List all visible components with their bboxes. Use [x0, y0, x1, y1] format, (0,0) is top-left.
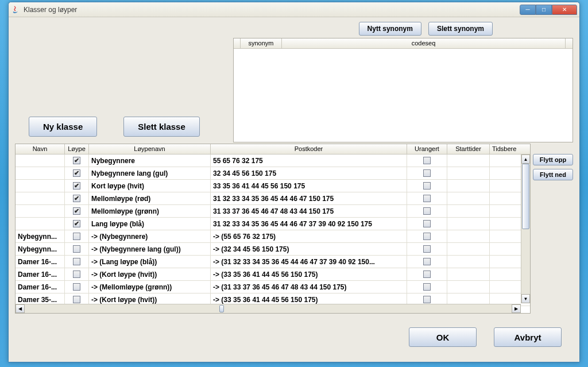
urangert-checkbox[interactable]	[423, 195, 431, 202]
close-button[interactable]: ✕	[552, 5, 577, 15]
table-row[interactable]: ✔Mellomløype (grønn)31 33 37 36 45 46 47…	[16, 205, 530, 218]
new-class-button[interactable]: Ny klasse	[29, 117, 97, 137]
horizontal-scrollbar[interactable]: ◀ ▶	[16, 304, 521, 313]
cell-tidsbere[interactable]	[490, 205, 516, 217]
move-down-button[interactable]: Flytt ned	[533, 169, 573, 180]
cell-starttider[interactable]	[447, 256, 490, 268]
cell-navn[interactable]: Nybegynn...	[16, 243, 65, 255]
loype-checkbox[interactable]: ✔	[73, 157, 80, 164]
scroll-right-button[interactable]: ▶	[512, 304, 521, 313]
vertical-scrollbar[interactable]: ▲ ▼	[521, 154, 530, 303]
urangert-checkbox[interactable]	[423, 182, 431, 190]
cell-urangert[interactable]	[407, 268, 447, 280]
table-row[interactable]: ✔Nybegynnere55 65 76 32 175	[16, 154, 530, 167]
cell-tidsbere[interactable]	[490, 192, 516, 204]
cell-postkoder[interactable]: 32 34 45 56 150 175	[211, 167, 407, 179]
table-row[interactable]: ✔Lang løype (blå)31 32 33 34 35 36 45 44…	[16, 218, 530, 230]
scroll-left-button[interactable]: ◀	[16, 304, 25, 313]
cell-loype[interactable]: ✔	[65, 154, 89, 167]
cell-tidsbere[interactable]	[490, 167, 516, 179]
loype-checkbox[interactable]	[73, 271, 80, 278]
cell-starttider[interactable]	[447, 281, 490, 293]
loype-checkbox[interactable]	[73, 283, 80, 291]
cell-postkoder[interactable]: -> (55 65 76 32 175)	[211, 230, 407, 242]
table-row[interactable]: ✔Kort løype (hvit)33 35 36 41 44 45 56 1…	[16, 180, 530, 192]
cell-urangert[interactable]	[407, 230, 447, 242]
header-postkoder[interactable]: Postkoder	[211, 144, 407, 154]
cell-tidsbere[interactable]	[490, 230, 516, 242]
cell-loypenavn[interactable]: -> (Mellomløype (grønn))	[89, 281, 211, 293]
cell-urangert[interactable]	[407, 167, 447, 179]
synonym-col-header[interactable]: synonym	[241, 38, 282, 48]
cell-loype[interactable]: ✔	[65, 218, 89, 230]
table-row[interactable]: Damer 16-...-> (Lang løype (blå))-> (31 …	[16, 256, 530, 268]
cell-loypenavn[interactable]: Nybegynnere lang (gul)	[89, 167, 211, 179]
table-row[interactable]: ✔Mellomløype (rød)31 32 33 34 35 36 45 4…	[16, 192, 530, 205]
cell-postkoder[interactable]: 55 65 76 32 175	[211, 154, 407, 167]
cell-navn[interactable]	[16, 167, 65, 179]
cell-loypenavn[interactable]: -> (Nybegynnere)	[89, 230, 211, 242]
cell-tidsbere[interactable]	[490, 180, 516, 192]
header-navn[interactable]: Navn	[16, 144, 65, 154]
cell-navn[interactable]: Damer 16-...	[16, 256, 65, 268]
loype-checkbox[interactable]	[73, 296, 80, 303]
cell-tidsbere[interactable]	[490, 281, 516, 293]
cell-loypenavn[interactable]: Mellomløype (rød)	[89, 192, 211, 204]
cell-starttider[interactable]	[447, 167, 490, 179]
cell-loypenavn[interactable]: Nybegynnere	[89, 154, 211, 167]
urangert-checkbox[interactable]	[423, 271, 431, 278]
cell-postkoder[interactable]: -> (33 35 36 41 44 45 56 150 175)	[211, 268, 407, 280]
cell-navn[interactable]: Damer 16-...	[16, 268, 65, 280]
cell-starttider[interactable]	[447, 192, 490, 204]
header-urangert[interactable]: Urangert	[407, 144, 447, 154]
cell-loypenavn[interactable]: -> (Nybegynnere lang (gul))	[89, 243, 211, 255]
header-loype[interactable]: Løype	[65, 144, 89, 154]
cell-loype[interactable]: ✔	[65, 192, 89, 204]
scroll-up-button[interactable]: ▲	[521, 154, 530, 164]
cell-tidsbere[interactable]	[490, 256, 516, 268]
cell-urangert[interactable]	[407, 281, 447, 293]
cell-loypenavn[interactable]: -> (Lang løype (blå))	[89, 256, 211, 268]
cell-urangert[interactable]	[407, 154, 447, 167]
cell-loypenavn[interactable]: Lang løype (blå)	[89, 218, 211, 230]
cell-navn[interactable]	[16, 154, 65, 167]
table-row[interactable]: Damer 16-...-> (Mellomløype (grønn))-> (…	[16, 281, 530, 293]
main-table[interactable]: Navn Løype Løypenavn Postkoder Urangert …	[15, 144, 531, 314]
table-row[interactable]: Nybegynn...-> (Nybegynnere lang (gul))->…	[16, 243, 530, 256]
cell-postkoder[interactable]: 31 33 37 36 45 46 47 48 43 44 150 175	[211, 205, 407, 217]
loype-checkbox[interactable]	[73, 258, 80, 265]
urangert-checkbox[interactable]	[423, 207, 431, 215]
cell-starttider[interactable]	[447, 268, 490, 280]
cell-navn[interactable]	[16, 218, 65, 230]
hscroll-thumb[interactable]	[219, 305, 224, 312]
cell-tidsbere[interactable]	[490, 154, 516, 167]
codeseq-col-header[interactable]: codeseq	[282, 38, 566, 48]
cell-loypenavn[interactable]: Kort løype (hvit)	[89, 180, 211, 192]
cell-tidsbere[interactable]	[490, 218, 516, 230]
cell-urangert[interactable]	[407, 205, 447, 217]
cell-urangert[interactable]	[407, 180, 447, 192]
delete-class-button[interactable]: Slett klasse	[123, 117, 200, 137]
cancel-button[interactable]: Avbryt	[494, 327, 562, 347]
loype-checkbox[interactable]: ✔	[73, 182, 80, 190]
cell-starttider[interactable]	[447, 154, 490, 167]
urangert-checkbox[interactable]	[423, 233, 431, 240]
urangert-checkbox[interactable]	[423, 245, 431, 253]
cell-tidsbere[interactable]	[490, 268, 516, 280]
header-loypenavn[interactable]: Løypenavn	[89, 144, 211, 154]
cell-navn[interactable]: Nybegynn...	[16, 230, 65, 242]
cell-urangert[interactable]	[407, 218, 447, 230]
cell-starttider[interactable]	[447, 205, 490, 217]
cell-loype[interactable]: ✔	[65, 167, 89, 179]
move-up-button[interactable]: Flytt opp	[533, 154, 573, 165]
urangert-checkbox[interactable]	[423, 169, 431, 177]
urangert-checkbox[interactable]	[423, 258, 431, 265]
cell-postkoder[interactable]: 33 35 36 41 44 45 56 150 175	[211, 180, 407, 192]
table-row[interactable]: Damer 16-...-> (Kort løype (hvit))-> (33…	[16, 268, 530, 281]
cell-postkoder[interactable]: -> (32 34 45 56 150 175)	[211, 243, 407, 255]
cell-postkoder[interactable]: -> (31 32 33 34 35 36 45 44 46 47 37 39 …	[211, 256, 407, 268]
cell-loype[interactable]: ✔	[65, 180, 89, 192]
cell-loype[interactable]: ✔	[65, 205, 89, 217]
cell-loypenavn[interactable]: -> (Kort løype (hvit))	[89, 268, 211, 280]
cell-loype[interactable]	[65, 230, 89, 242]
